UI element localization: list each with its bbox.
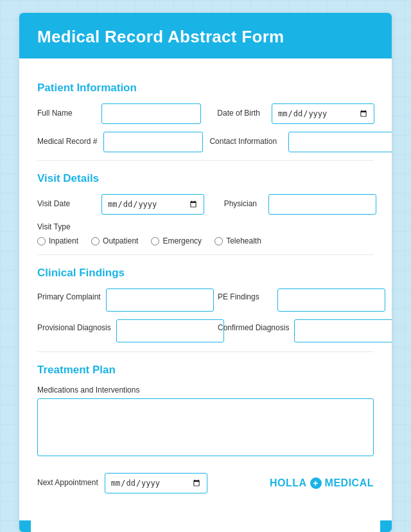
full-name-input[interactable] [101, 103, 201, 124]
pe-findings-input[interactable] [277, 288, 385, 312]
dob-input[interactable] [272, 103, 374, 124]
medical-record-label: Medical Record # [37, 137, 97, 147]
full-name-label: Full Name [37, 109, 95, 119]
form-title: Medical Record Abstract Form [37, 27, 374, 47]
confirmed-diagnosis-item: Confirmed Diagnosis [218, 319, 385, 342]
confirmed-diagnosis-input[interactable] [294, 319, 392, 342]
radio-outpatient[interactable]: Outpatient [91, 236, 138, 245]
full-name-row: Full Name Date of Birth [37, 103, 374, 124]
visit-type-section: Visit Type Inpatient Outpatient Emergenc… [37, 222, 374, 245]
form-header: Medical Record Abstract Form [19, 13, 392, 58]
radio-inpatient[interactable]: Inpatient [37, 236, 78, 245]
dob-label: Date of Birth [207, 109, 265, 119]
next-appointment-input[interactable] [105, 473, 207, 493]
provisional-diagnosis-item: Provisional Diagnosis [37, 319, 205, 342]
radio-emergency[interactable]: Emergency [151, 236, 202, 245]
radio-telehealth-label: Telehealth [226, 236, 261, 245]
medications-textarea[interactable] [37, 398, 374, 456]
form-body: Patient Information Full Name Date of Bi… [19, 58, 392, 532]
radio-telehealth[interactable]: Telehealth [214, 236, 261, 245]
radio-telehealth-input[interactable] [214, 237, 223, 245]
pe-findings-label: PE Findings [218, 288, 272, 303]
primary-complaint-input[interactable] [106, 288, 214, 312]
patient-info-title: Patient Information [37, 82, 374, 94]
brand-plus-icon: + [310, 477, 322, 489]
next-appointment-section: Next Appointment [37, 473, 207, 493]
visit-date-row: Visit Date Physician [37, 194, 374, 215]
radio-inpatient-label: Inpatient [49, 236, 78, 245]
next-appointment-label: Next Appointment [37, 478, 98, 488]
provisional-diagnosis-input[interactable] [116, 319, 224, 342]
radio-emergency-input[interactable] [151, 237, 159, 245]
physician-input[interactable] [268, 194, 376, 215]
pe-findings-item: PE Findings [218, 288, 385, 312]
contact-label: Contact Information [209, 137, 282, 147]
radio-outpatient-input[interactable] [91, 237, 100, 245]
brand-name-part1: HOLLA [270, 477, 307, 489]
medical-record-row: Medical Record # Contact Information [37, 132, 374, 152]
visit-details-title: Visit Details [37, 172, 374, 185]
primary-complaint-item: Primary Complaint [37, 288, 205, 312]
divider-1 [37, 160, 374, 161]
divider-2 [37, 254, 374, 255]
footer-row: Next Appointment HOLLA + MEDICAL [37, 473, 374, 493]
brand-logo: HOLLA + MEDICAL [270, 477, 374, 489]
medications-label: Medications and Interventions [37, 386, 374, 395]
divider-3 [37, 351, 374, 352]
radio-outpatient-label: Outpatient [103, 236, 138, 245]
form-card: Medical Record Abstract Form Patient Inf… [19, 13, 392, 532]
primary-complaint-label: Primary Complaint [37, 288, 101, 303]
radio-emergency-label: Emergency [162, 236, 202, 245]
visit-type-radio-group: Inpatient Outpatient Emergency Telehealt… [37, 236, 374, 245]
visit-date-label: Visit Date [37, 199, 95, 209]
medical-record-input[interactable] [103, 132, 203, 152]
radio-inpatient-input[interactable] [37, 237, 46, 245]
visit-type-label: Visit Type [37, 222, 374, 231]
contact-input[interactable] [288, 132, 392, 152]
confirmed-diagnosis-label: Confirmed Diagnosis [218, 319, 289, 333]
visit-date-input[interactable] [101, 194, 204, 215]
treatment-plan-title: Treatment Plan [37, 364, 374, 377]
clinical-findings-title: Clinical Findings [37, 267, 374, 279]
provisional-diagnosis-label: Provisional Diagnosis [37, 319, 111, 333]
clinical-grid: Primary Complaint PE Findings Provisiona… [37, 288, 374, 342]
physician-label: Physician [211, 199, 262, 209]
brand-name-part2: MEDICAL [325, 477, 374, 489]
